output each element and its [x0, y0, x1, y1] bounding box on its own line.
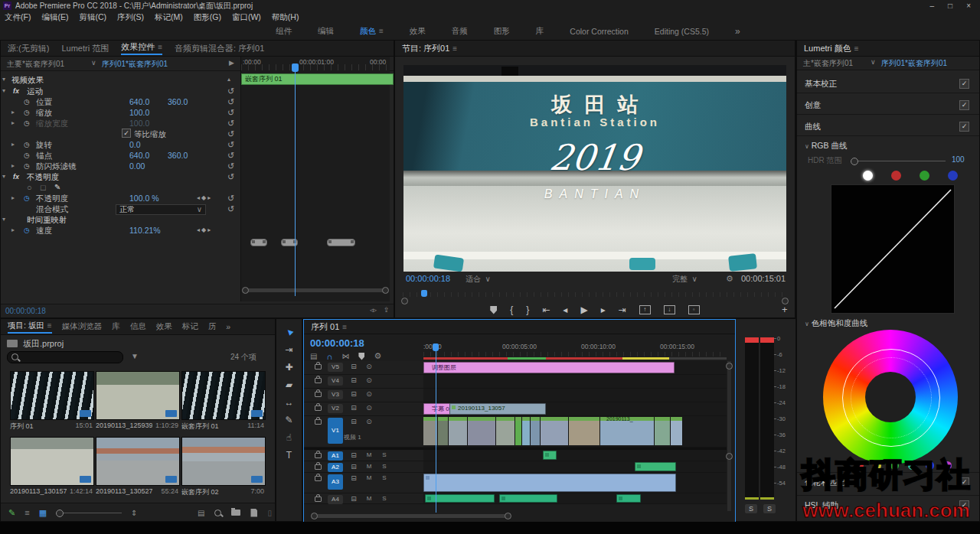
panel-menu-icon[interactable]: ≡ [158, 43, 162, 51]
ec-master-label[interactable]: 主要*嵌套序列01 [7, 59, 64, 70]
type-tool[interactable]: T [286, 450, 292, 461]
stopwatch-icon[interactable]: ◷ [24, 150, 30, 161]
property-value[interactable]: 0.0 [129, 139, 141, 150]
track-name-button[interactable]: V5 [328, 363, 343, 372]
property-name[interactable]: 缩放 [36, 107, 52, 118]
source-patch-icon[interactable]: ⊟ [349, 451, 358, 459]
workspace-tab[interactable]: 效果 [410, 26, 426, 37]
resolution-dropdown[interactable]: 完整 ∨ [672, 274, 697, 285]
stopwatch-icon[interactable]: ◷ [24, 118, 30, 129]
lumetri-section[interactable]: 基本校正✓ [797, 76, 979, 93]
hue-wheel[interactable] [823, 330, 958, 464]
filmstrip-clip[interactable]: 20190113_ [423, 417, 683, 445]
mute-button[interactable]: M [364, 463, 374, 470]
project-file-name[interactable]: 坂田.prproj [23, 338, 64, 350]
workspace-tab[interactable]: 库 [536, 26, 544, 37]
panel-tab[interactable]: 效果 [156, 321, 172, 332]
track-lane[interactable]: 调整图层 [423, 361, 727, 374]
add-marker-button[interactable] [490, 306, 497, 314]
property-value[interactable]: 100.0 % [129, 193, 159, 204]
track-lock-icon[interactable] [315, 453, 322, 458]
pen-mask-icon[interactable]: ✎ [54, 182, 60, 193]
twirl-icon[interactable]: ▾ [2, 86, 5, 96]
track-lane[interactable] [423, 493, 727, 503]
panel-tab[interactable]: 库 [112, 321, 120, 332]
extract-button[interactable]: ↓ [664, 305, 675, 314]
panel-tab[interactable]: 标记 [182, 321, 198, 332]
track-lane[interactable] [423, 461, 727, 472]
timeline-clip[interactable] [499, 494, 557, 503]
track-header[interactable]: A2⊟MS [304, 461, 434, 472]
fx-badge-icon[interactable]: fx [13, 86, 19, 96]
snap-icon[interactable]: ∩ [326, 352, 332, 361]
go-to-out-button[interactable]: ⇥ [619, 304, 626, 315]
slip-tool[interactable]: ↔ [285, 397, 294, 408]
rect-mask-icon[interactable]: □ [41, 182, 46, 193]
track-select-forward-tool[interactable]: ⇥ [285, 344, 292, 355]
razor-tool[interactable]: ▰ [286, 379, 292, 390]
project-item[interactable]: 序列 0115:01 [10, 371, 93, 431]
reset-icon[interactable]: ↺ [227, 129, 234, 139]
lumetri-section-label[interactable]: 基本校正 [805, 79, 837, 90]
filmstrip-segment[interactable] [515, 417, 522, 445]
timeline-clip[interactable] [635, 462, 676, 471]
property-value[interactable]: 100.0 [129, 118, 149, 129]
filmstrip-segment[interactable]: 20190113_ [600, 417, 655, 445]
hdr-value[interactable]: 100 [952, 155, 965, 164]
ripple-edit-tool[interactable]: ✚ [285, 362, 292, 373]
filmstrip-segment[interactable] [655, 417, 671, 445]
track-lock-icon[interactable] [315, 419, 322, 425]
ellipse-mask-icon[interactable]: ○ [27, 182, 32, 193]
reset-icon[interactable]: ↺ [227, 171, 234, 182]
track-lock-icon[interactable] [315, 476, 322, 481]
menu-item[interactable]: 剪辑(C) [79, 12, 106, 23]
project-item-name[interactable]: 20190113_130527_N8... [96, 487, 152, 495]
lumetri-section[interactable]: 曲线✓ [797, 119, 979, 135]
workspace-tab[interactable]: Color Correction [570, 27, 628, 36]
menu-item[interactable]: 编辑(E) [41, 12, 68, 23]
hdr-slider[interactable] [852, 161, 946, 161]
pen-tool[interactable]: ✎ [285, 415, 292, 425]
project-item-thumbnail[interactable] [10, 437, 94, 486]
track-lane[interactable] [423, 450, 727, 461]
effect-name[interactable]: 不透明度 [27, 171, 59, 182]
source-patch-icon[interactable]: ⊟ [349, 418, 358, 425]
track-lane[interactable]: 字幕 0120190113_13057 [423, 402, 727, 415]
track-lock-icon[interactable] [315, 497, 322, 502]
sort-icon[interactable]: ⇕ [131, 509, 137, 517]
keyframe-nav[interactable]: ◂◆▸ [197, 193, 212, 204]
timeline-clip[interactable] [616, 494, 641, 503]
twirl-icon[interactable]: ▸ [11, 161, 15, 171]
find-icon[interactable] [214, 510, 221, 516]
filmstrip-segment[interactable] [449, 417, 468, 445]
filter-icon[interactable]: ▼ [131, 352, 139, 360]
stopwatch-icon[interactable]: ◷ [24, 161, 30, 171]
fit-dropdown[interactable]: 适合 ∨ [466, 274, 491, 285]
track-name-button[interactable]: V2 [328, 404, 343, 413]
menu-item[interactable]: 图形(G) [194, 12, 221, 23]
track-header[interactable]: A3⊟MS [304, 473, 434, 493]
mute-button[interactable]: M [364, 451, 374, 458]
reset-icon[interactable]: ↺ [227, 86, 234, 96]
property-name[interactable]: 位置 [36, 96, 52, 107]
panel-menu-icon[interactable]: ≡ [452, 44, 457, 53]
stopwatch-icon[interactable]: ◷ [24, 225, 30, 236]
reset-icon[interactable]: ↺ [227, 161, 234, 171]
project-item-name[interactable]: 嵌套序列 01 [181, 422, 219, 431]
track-lane[interactable] [423, 473, 727, 493]
lumetri-clip-label[interactable]: 序列01*嵌套序列01 [881, 58, 947, 69]
filmstrip-segment[interactable] [438, 417, 449, 445]
timeline-tab[interactable]: 序列 01≡ [311, 321, 347, 333]
program-playhead[interactable] [421, 290, 427, 297]
project-item[interactable]: 嵌套序列 027:00 [181, 437, 264, 497]
timeline-ruler[interactable]: :00:0000:00:05:0000:00:10:0000:00:15:00 [423, 343, 727, 360]
delete-icon[interactable]: ▯ [267, 509, 272, 517]
twirl-icon[interactable]: ▸ [11, 107, 15, 118]
filmstrip-segment[interactable] [671, 417, 683, 445]
timeline-clip[interactable] [543, 451, 557, 460]
workspace-overflow[interactable]: » [735, 26, 740, 37]
source-patch-icon[interactable]: ⊟ [349, 463, 358, 471]
project-item[interactable]: 20190113_125939_7...1:10:29 [96, 371, 178, 429]
panel-tab[interactable]: 音频剪辑混合器: 序列01 [175, 43, 264, 54]
mute-button[interactable]: M [364, 495, 374, 502]
